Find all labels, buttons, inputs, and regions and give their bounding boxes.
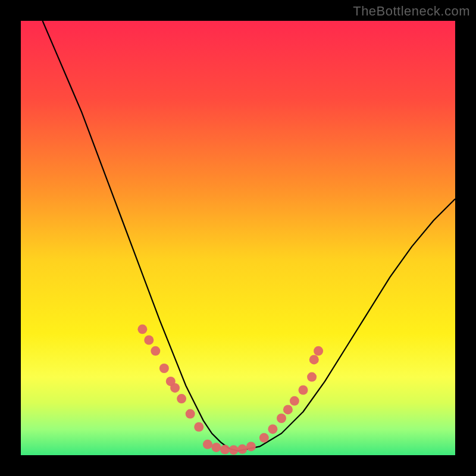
data-point <box>229 445 239 455</box>
data-point <box>290 396 299 406</box>
watermark-label: TheBottleneck.com <box>353 4 470 19</box>
data-point <box>237 444 247 454</box>
data-point <box>220 445 230 455</box>
plot-area <box>21 21 455 455</box>
data-point <box>170 383 180 393</box>
data-point <box>186 409 195 419</box>
data-point <box>277 414 286 423</box>
chart-frame: TheBottleneck.com <box>0 0 476 476</box>
chart-bg <box>21 21 455 455</box>
chart-svg <box>21 21 455 455</box>
data-point <box>212 443 221 452</box>
data-point <box>299 386 308 395</box>
data-point <box>283 405 293 414</box>
data-point <box>246 441 256 451</box>
data-point <box>137 324 147 334</box>
data-point <box>151 346 160 356</box>
data-point <box>268 424 277 434</box>
data-point <box>307 372 317 382</box>
data-point <box>194 422 203 432</box>
data-point <box>177 394 186 403</box>
data-point <box>203 440 212 449</box>
data-point <box>259 433 269 443</box>
data-point <box>159 364 169 373</box>
data-point <box>314 346 323 356</box>
data-point <box>309 355 319 364</box>
data-point <box>144 336 154 345</box>
